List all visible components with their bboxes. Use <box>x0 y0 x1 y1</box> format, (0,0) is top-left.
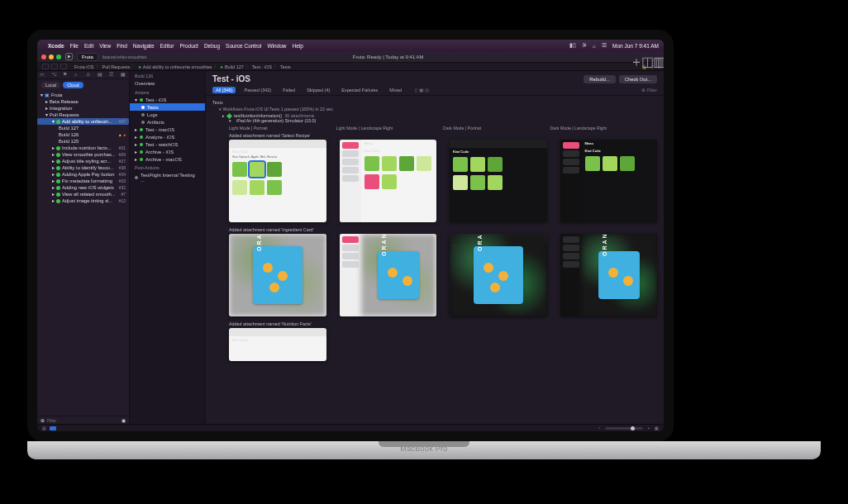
screenshot-thumb[interactable]: Kiwi Cutie <box>450 140 547 222</box>
jump-bar[interactable]: Fruta iOS〉 Pull Requests〉 ● Add ability … <box>37 63 664 71</box>
nav-pr-item[interactable]: ▸Include nutrition facts...#31 <box>37 145 129 151</box>
nav-root[interactable]: Fruta <box>51 93 63 97</box>
debug-area-toggle-icon[interactable]: ▥ <box>42 426 46 430</box>
device-row[interactable]: ▾ iPad Air (4th generation) Simulator (1… <box>229 118 657 123</box>
nav-pull-requests[interactable]: Pull Requests <box>50 112 79 117</box>
crumb-scheme[interactable]: Fruta iOS <box>74 64 94 69</box>
screenshot-thumb[interactable]: Kiwi Cutie <box>229 328 326 361</box>
filter-passed[interactable]: Passed (342) <box>241 87 274 93</box>
screenshot-thumb[interactable]: Kiwi Cutie ORANGE <box>450 234 547 316</box>
activity-indicator <box>50 426 56 430</box>
menu-app[interactable]: Xcode <box>48 43 64 49</box>
navigator-selector[interactable]: ▭⌥⚑⌕⚠▤☰▦ <box>37 71 129 79</box>
filter-all[interactable]: All (348) <box>212 87 236 93</box>
split-icon[interactable]: ⎘ <box>651 64 654 69</box>
view-mode-icons[interactable]: ▯ ▣ ◎ <box>415 88 429 93</box>
navigator-filter-input[interactable] <box>47 418 119 423</box>
list-icon[interactable]: ≡ <box>658 64 660 69</box>
library-icon[interactable]: ◫ <box>641 54 648 60</box>
menu-file[interactable]: File <box>70 43 79 49</box>
crumb-tests[interactable]: Tests <box>280 64 291 69</box>
pill-local[interactable]: Local <box>41 82 60 88</box>
outline-artifacts[interactable]: Artifacts <box>130 118 205 126</box>
nav-pr-item[interactable]: ▸Adding Apple Pay button#34 <box>37 171 129 178</box>
control-center-icon[interactable]: ☰ <box>602 42 607 49</box>
crumb-pr-title[interactable]: Add ability to unfavorite smoothies <box>143 64 212 69</box>
menu-source-control[interactable]: Source Control <box>226 43 261 49</box>
navigator-segmented[interactable] <box>42 64 67 69</box>
search-icon[interactable]: ⌕ <box>593 43 596 49</box>
plus-icon[interactable]: ＋ <box>630 54 636 60</box>
inspector-toggle-icon[interactable]: ▥ <box>653 54 660 60</box>
scheme-selector[interactable]: Fruta <box>77 53 98 61</box>
macos-menubar: Xcode File Edit View Find Navigate Edito… <box>37 40 664 51</box>
nav-build-127[interactable]: Build 127 <box>37 125 129 131</box>
xcode-window: Xcode File Edit View Find Navigate Edito… <box>27 30 674 441</box>
zoom-out-icon[interactable]: ▫ <box>598 426 600 430</box>
nav-build-126[interactable]: Build 126▲ ● <box>37 131 129 138</box>
filter-skipped[interactable]: Skipped (4) <box>303 87 333 93</box>
menu-edit[interactable]: Edit <box>84 43 93 49</box>
menu-product[interactable]: Product <box>179 43 198 49</box>
outline-archive-macos[interactable]: ▸Archive - macOS <box>130 155 205 163</box>
filter-search-input[interactable]: Filter <box>647 88 657 93</box>
nav-pr-item[interactable]: ▸Adjust image tinting sl...#12 <box>37 197 129 204</box>
minimize-icon[interactable] <box>49 55 54 59</box>
nav-pr-selected[interactable]: ▾Add ability to unfavori... #37 <box>37 118 129 125</box>
close-icon[interactable] <box>41 55 46 59</box>
menu-editor[interactable]: Editor <box>160 43 174 49</box>
branch-label: feature/unfav-smoothies <box>102 55 147 59</box>
checkout-button[interactable]: Check Out... <box>619 75 657 83</box>
filter-mixed[interactable]: Mixed <box>386 87 405 93</box>
outline-test-watchos[interactable]: ▸Test - watchOS <box>130 140 205 148</box>
outline-tests[interactable]: Tests <box>130 103 205 111</box>
outline-analyze-ios[interactable]: ▸Analyze - iOS <box>130 133 205 140</box>
outline-testflight[interactable]: TestFlight Internal Testing ... <box>130 172 205 184</box>
window-traffic-lights[interactable] <box>41 55 61 59</box>
nav-pr-item[interactable]: ▸Adding new iOS widgets#32 <box>37 184 129 191</box>
menu-window[interactable]: Window <box>267 43 286 49</box>
pill-cloud[interactable]: Cloud <box>63 82 83 88</box>
screenshot-thumb[interactable]: ORANGE <box>340 234 437 316</box>
nav-pr-item[interactable]: ▸Ability to identify favou...#38 <box>37 164 129 171</box>
outline-logs[interactable]: Logs <box>130 111 205 118</box>
nav-beta-release[interactable]: Beta Release <box>50 99 79 104</box>
zoom-icon[interactable] <box>56 55 61 59</box>
menu-help[interactable]: Help <box>293 43 303 49</box>
attachment-label: Added attachment named 'Nutrition Facts' <box>229 321 657 326</box>
navigator-tree[interactable]: ▾▣Fruta ▸Beta Release ▸Integration ▾Pull… <box>37 91 129 416</box>
filter-expected[interactable]: Expected Failures <box>338 87 381 93</box>
nav-integration[interactable]: Integration <box>50 106 72 111</box>
menu-view[interactable]: View <box>99 43 111 49</box>
run-button[interactable] <box>65 53 73 60</box>
zoom-in-icon[interactable]: ▪ <box>648 426 650 430</box>
nav-pr-item[interactable]: ▸View all related smooth...#7 <box>37 191 129 197</box>
screenshot-thumb[interactable]: Menu Kiwi Cutie <box>340 140 437 222</box>
rebuild-button[interactable]: Rebuild... <box>584 75 616 83</box>
outline-overview[interactable]: Overview <box>130 80 205 88</box>
navigator-filter[interactable]: ⊕ ◉ <box>37 416 129 424</box>
screenshot-thumb[interactable]: Kiwi Cutie ORANGE <box>229 234 326 316</box>
nav-build-125[interactable]: Build 125 <box>37 138 129 145</box>
outline-archive-ios[interactable]: ▸Archive - iOS <box>130 148 205 155</box>
outline-test-macos[interactable]: ▸Test - macOS <box>130 126 205 133</box>
nav-pr-item[interactable]: ▸Fix metadata formatting#33 <box>37 178 129 184</box>
project-name: Fruta <box>82 55 93 59</box>
screenshot-thumb[interactable]: Kiwi Cutie Kiwi, Spinach, Apple, Mint, B… <box>229 140 326 222</box>
menu-find[interactable]: Find <box>117 43 127 49</box>
menu-navigate[interactable]: Navigate <box>133 43 155 49</box>
outline-test-ios[interactable]: ▾Test - iOS <box>130 96 205 103</box>
screenshot-thumb[interactable]: ORANGE <box>560 234 658 316</box>
grid-icon[interactable]: ▦ <box>655 426 659 430</box>
outline-post-head: Post-Actions <box>130 163 205 172</box>
crumb-action[interactable]: Test - iOS <box>252 64 272 69</box>
nav-pr-item[interactable]: ▸View smoothie purchas...#29 <box>37 151 129 158</box>
nav-pr-item[interactable]: ▸Adjust title styling acr...#27 <box>37 158 129 164</box>
crumb-build[interactable]: Build 127 <box>225 64 244 69</box>
thumbnail-zoom-slider[interactable] <box>605 427 643 430</box>
screenshot-thumb[interactable]: Menu Kiwi Cutie <box>560 140 658 222</box>
scope-icon[interactable]: ◉ <box>121 418 126 423</box>
crumb-pr[interactable]: Pull Requests <box>102 64 131 69</box>
filter-failed[interactable]: Failed <box>279 87 298 93</box>
menu-debug[interactable]: Debug <box>204 43 220 49</box>
